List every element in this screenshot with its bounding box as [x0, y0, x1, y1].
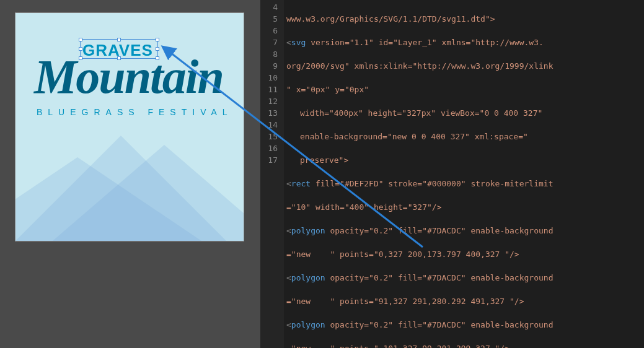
code-line: www.w3.org/Graphics/SVG/1.1/DTD/svg11.dt…: [286, 13, 644, 25]
code-content[interactable]: www.w3.org/Graphics/SVG/1.1/DTD/svg11.dt…: [284, 0, 644, 348]
line-number: 5: [260, 13, 278, 25]
code-line: ="10" width="400" height="327"/>: [286, 201, 644, 213]
line-number: 10: [260, 72, 278, 84]
line-number: 15: [260, 131, 278, 142]
line-number: 8: [260, 48, 278, 60]
line-number-gutter: 4 5 6 7 8 9 10 11 12 13 14 15 16 17: [260, 0, 284, 348]
preview-text-graves[interactable]: GRAVES: [82, 41, 153, 60]
resize-handle-top-right[interactable]: [156, 38, 159, 41]
line-number: 17: [260, 154, 278, 166]
line-number: 9: [260, 60, 278, 72]
line-number: 11: [260, 84, 278, 95]
preview-panel: Mountain GRAVES BLUEGRASS FESTIVAL: [0, 0, 260, 348]
code-line: <polygon opacity="0.2" fill="#7DACDC" en…: [286, 272, 644, 284]
code-line: <polygon opacity="0.2" fill="#7DACDC" en…: [286, 225, 644, 237]
line-number: 12: [260, 95, 278, 107]
code-line: ="new " points="91,327 291,280.292 491,3…: [286, 295, 644, 307]
mountain-shape-2: [53, 145, 244, 241]
code-line: " x="0px" y="0px": [286, 84, 644, 95]
line-number: 4: [260, 1, 278, 13]
preview-text-festival[interactable]: BLUEGRASS FESTIVAL: [37, 107, 233, 117]
code-line: preserve">: [286, 154, 644, 166]
code-line: enable-background="new 0 0 400 327" xml:…: [286, 131, 644, 142]
code-line: <polygon opacity="0.2" fill="#7DACDC" en…: [286, 319, 644, 331]
line-number: 6: [260, 25, 278, 37]
line-number: 14: [260, 119, 278, 131]
line-number: 7: [260, 37, 278, 48]
code-line: org/2000/svg" xmlns:xlink="http://www.w3…: [286, 60, 644, 72]
preview-background: Mountain GRAVES BLUEGRASS FESTIVAL: [15, 13, 244, 241]
code-editor-panel[interactable]: 4 5 6 7 8 9 10 11 12 13 14 15 16 17 www.…: [260, 0, 644, 348]
code-line: <rect fill="#DEF2FD" stroke="#000000" st…: [286, 178, 644, 189]
line-number: 13: [260, 107, 278, 119]
line-number: 16: [260, 142, 278, 154]
code-line: <svg version="1.1" id="Layer_1" xmlns="h…: [286, 37, 644, 48]
svg-preview[interactable]: Mountain GRAVES BLUEGRASS FESTIVAL: [15, 12, 244, 241]
code-line: ="new " points="0,327 200,173.797 400,32…: [286, 248, 644, 260]
code-line: width="400px" height="327px" viewBox="0 …: [286, 107, 644, 119]
code-line: ="new " points="-101,327 99,201 299,327 …: [286, 342, 644, 348]
